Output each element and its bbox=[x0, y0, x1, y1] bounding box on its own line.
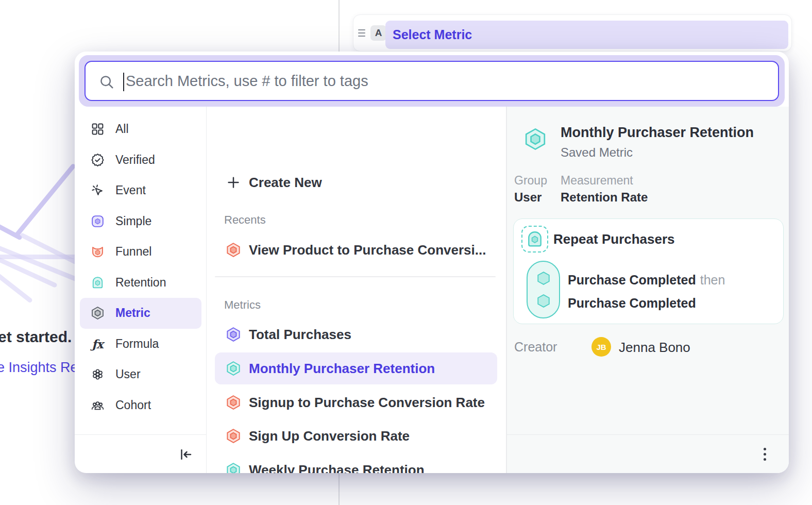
kebab-menu-icon[interactable] bbox=[757, 446, 772, 462]
retention-arch-icon bbox=[526, 230, 544, 248]
hexagon-badge-orange bbox=[226, 242, 241, 258]
retention-arch-icon bbox=[90, 275, 105, 290]
insights-report-link[interactable]: e Insights Re bbox=[0, 360, 78, 376]
sidebar-item-funnel[interactable]: Funnel bbox=[80, 237, 201, 267]
step-hexagon-icon bbox=[536, 271, 551, 286]
creator-name: Jenna Bono bbox=[619, 340, 690, 356]
search-focus-ring bbox=[79, 55, 785, 107]
search-field bbox=[84, 61, 779, 101]
group-value: User bbox=[514, 190, 542, 205]
metric-letter-badge: A bbox=[370, 25, 386, 41]
sidebar-item-all[interactable]: All bbox=[80, 114, 201, 145]
background-decoration-line bbox=[13, 163, 76, 238]
background-decoration-line bbox=[0, 255, 79, 259]
sidebar-item-formula[interactable]: ƒx Formula bbox=[80, 329, 201, 360]
hexagon-badge-teal bbox=[226, 361, 241, 376]
select-metric-label: Select Metric bbox=[393, 27, 472, 42]
create-new-button[interactable]: Create New bbox=[215, 166, 497, 198]
metric-source-icon-frame bbox=[521, 226, 548, 252]
metric-picker-dropdown: All Verified bbox=[75, 52, 789, 473]
metric-item-total-purchases[interactable]: Total Purchases bbox=[215, 318, 497, 350]
filter-sidebar: All Verified bbox=[75, 107, 207, 473]
get-started-text: et started. bbox=[0, 328, 72, 346]
filter-list: All Verified bbox=[80, 114, 201, 420]
sidebar-item-event[interactable]: Event bbox=[80, 175, 201, 206]
sidebar-item-user[interactable]: User bbox=[80, 359, 201, 390]
hexagon-badge-purple bbox=[226, 327, 241, 342]
sidebar-footer bbox=[75, 434, 206, 473]
step-hexagon-icon bbox=[536, 293, 551, 309]
detail-subtitle: Saved Metric bbox=[561, 145, 633, 160]
collapse-panel-icon[interactable] bbox=[177, 446, 194, 463]
sidebar-item-retention[interactable]: Retention bbox=[80, 267, 201, 298]
saved-metric-preview-card: Repeat Purchasers Purchase Completedthen bbox=[513, 218, 784, 324]
grid-icon bbox=[90, 122, 105, 137]
creator-avatar: JB bbox=[591, 337, 611, 357]
detail-footer bbox=[507, 434, 789, 473]
metric-hexagon-icon bbox=[90, 306, 105, 321]
sidebar-item-cohort[interactable]: Cohort bbox=[80, 390, 201, 421]
picker-body: All Verified bbox=[75, 107, 789, 473]
hexagon-badge-teal bbox=[226, 462, 241, 473]
funnel-step-2: Purchase Completed bbox=[568, 296, 700, 311]
measurement-value: Retention Rate bbox=[561, 190, 648, 205]
background-decoration-line bbox=[0, 271, 33, 304]
hexagon-badge-orange bbox=[226, 428, 241, 444]
select-metric-button[interactable]: Select Metric bbox=[385, 21, 788, 49]
funnel-steps-pill bbox=[527, 261, 560, 318]
hexagon-badge-teal bbox=[523, 127, 547, 151]
section-divider bbox=[215, 276, 496, 277]
verified-badge-icon bbox=[90, 153, 105, 167]
cursor-sparkle-icon bbox=[90, 183, 105, 198]
sidebar-item-metric[interactable]: Metric bbox=[80, 298, 201, 329]
funnel-card-title: Repeat Purchasers bbox=[553, 231, 675, 247]
measurement-label: Measurement bbox=[561, 174, 633, 188]
metric-item-sign-up-conversion[interactable]: Sign Up Conversion Rate bbox=[215, 420, 497, 452]
sidebar-item-verified[interactable]: Verified bbox=[80, 145, 201, 176]
search-input[interactable] bbox=[86, 62, 778, 100]
creator-label: Creator bbox=[514, 340, 557, 355]
funnel-hexagon-icon bbox=[90, 245, 105, 259]
formula-fx-icon: ƒx bbox=[90, 336, 105, 351]
hexagon-badge-orange bbox=[226, 395, 241, 410]
detail-title: Monthly Purchaser Retention bbox=[561, 125, 754, 141]
sidebar-item-simple[interactable]: Simple bbox=[80, 206, 201, 237]
metrics-section-label: Metrics bbox=[224, 298, 261, 312]
results-column: Create New Recents View Product to Purch… bbox=[207, 107, 506, 473]
metric-item-signup-to-purchase[interactable]: Signup to Purchase Conversion Rate bbox=[215, 386, 497, 418]
cohort-people-icon bbox=[90, 398, 105, 412]
simple-hexagon-icon bbox=[90, 214, 105, 228]
metric-item-weekly-purchase-retention[interactable]: Weekly Purchase Retention bbox=[215, 454, 497, 473]
recents-section-label: Recents bbox=[224, 213, 266, 227]
metric-detail-panel: Monthly Purchaser Retention Saved Metric… bbox=[506, 107, 789, 473]
recent-item[interactable]: View Product to Purchase Conversi... bbox=[215, 234, 497, 266]
user-cluster-icon bbox=[90, 367, 105, 382]
funnel-step-1: Purchase Completedthen bbox=[568, 273, 725, 288]
group-label: Group bbox=[514, 174, 547, 188]
metric-query-bar: A Select Metric bbox=[353, 14, 792, 52]
plus-icon bbox=[226, 175, 241, 190]
screen: et started. e Insights Re A Select Metri… bbox=[0, 0, 812, 505]
metric-item-monthly-purchaser-retention[interactable]: Monthly Purchaser Retention bbox=[215, 352, 497, 384]
drag-handle-icon[interactable] bbox=[358, 29, 366, 37]
